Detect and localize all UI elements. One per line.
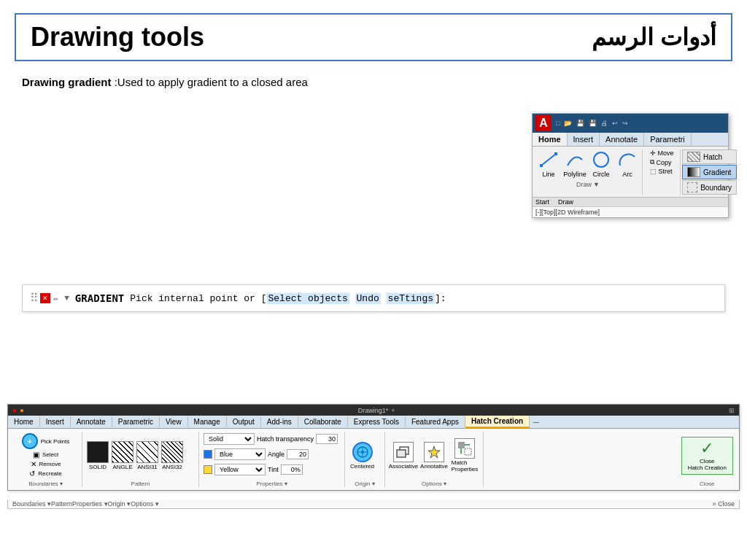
close-hatch-creation-button[interactable]: ✓ CloseHatch Creation <box>681 437 733 475</box>
pick-points-tool[interactable]: + Pick Points <box>22 433 70 449</box>
angle-input[interactable] <box>287 449 309 459</box>
titlebar-drawing-tab[interactable]: Drawing1* <box>358 407 389 414</box>
angle-swatch[interactable]: ANGLE <box>112 441 133 470</box>
gradient-button[interactable]: Gradient <box>682 165 737 179</box>
pick-points-label: Pick Points <box>41 438 70 445</box>
view-subbar: Start Draw <box>533 197 728 206</box>
close-circle-icon[interactable]: ● <box>12 406 17 414</box>
angle-icon <box>112 441 133 463</box>
arc-icon <box>617 149 638 170</box>
undo-icon[interactable]: ↩ <box>611 119 619 128</box>
centered-button[interactable]: Centered <box>349 442 375 470</box>
autocad-logo: A <box>535 115 551 131</box>
tab-home[interactable]: Home <box>533 133 568 146</box>
match-properties-button[interactable]: MatchProperties <box>451 438 479 472</box>
copy-tool[interactable]: ⧉ Copy <box>650 158 671 166</box>
titlebar-plus[interactable]: + <box>391 407 395 414</box>
modify-group: ✛ Move ⧉ Copy ⬚ Stret <box>644 149 681 195</box>
minimize-circle-icon[interactable]: ● <box>20 406 24 414</box>
desc-content: Used to apply gradient to a closed area <box>117 76 308 88</box>
move-label: Move <box>657 149 673 157</box>
tab-insert[interactable]: Insert <box>568 133 600 146</box>
settings-highlight[interactable]: seTtings <box>387 293 435 304</box>
undo-highlight[interactable]: Undo <box>355 293 381 304</box>
boundary-swatch-icon <box>687 182 697 192</box>
transparency-input[interactable] <box>316 434 338 444</box>
tool-circle[interactable]: Circle <box>589 149 613 178</box>
tool-arc[interactable]: Arc <box>616 149 639 178</box>
recreate-label: Recreate <box>38 470 61 477</box>
color1-row: Blue Angle <box>204 448 309 460</box>
origin-status: Origin ▾ <box>108 500 131 508</box>
print-icon[interactable]: 🖨 <box>600 119 609 128</box>
pattern-dropdown[interactable]: Solid <box>204 433 255 445</box>
svg-point-3 <box>594 152 608 167</box>
boundaries-tools: + Pick Points ▣ Select ✕ Remove ↺ Recrea… <box>14 432 77 479</box>
polyline-label: Polyline <box>563 171 587 178</box>
save-as-icon[interactable]: 💾 <box>587 119 598 128</box>
properties-items: Solid Hatch transparency Blue Angle <box>204 432 340 479</box>
color1-dropdown[interactable]: Blue <box>214 448 266 460</box>
bot-tab-insert[interactable]: Insert <box>40 416 71 427</box>
color2-row: Yellow Tint <box>204 464 303 475</box>
boundary-button[interactable]: Boundary <box>682 180 737 195</box>
stretch-tool[interactable]: ⬚ Stret <box>650 168 672 175</box>
bot-tab-manage[interactable]: Manage <box>188 416 227 427</box>
color2-swatch <box>204 465 212 474</box>
bot-tab-hatch-creation[interactable]: Hatch Creation <box>465 416 530 428</box>
open-icon[interactable]: 📂 <box>562 119 573 128</box>
hatch-label: Hatch <box>703 153 722 161</box>
line-icon <box>538 149 559 170</box>
line-label: Line <box>542 171 554 178</box>
tab-annotate[interactable]: Annotate <box>600 133 644 146</box>
boundary-label: Boundary <box>700 184 732 192</box>
command-cancel-button[interactable]: ✕ <box>40 293 50 303</box>
bot-tab-parametric[interactable]: Parametric <box>112 416 160 427</box>
remove-tool[interactable]: ✕ Remove <box>31 460 61 468</box>
color2-dropdown[interactable]: Yellow <box>214 464 266 475</box>
pattern-status: Pattern <box>51 500 72 508</box>
solid-swatch[interactable]: SOLID <box>87 441 109 470</box>
desc-label: Drawing gradient <box>22 76 112 88</box>
bot-tab-express[interactable]: Express Tools <box>348 416 406 427</box>
ansi32-label: ANSI32 <box>162 464 182 470</box>
ribbon-topbar: A □ 📂 💾 💾 🖨 ↩ ↪ <box>533 114 728 133</box>
stretch-icon: ⬚ <box>650 168 657 175</box>
new-icon[interactable]: □ <box>554 119 561 128</box>
associative-button[interactable]: Associative <box>390 442 417 470</box>
solid-label: SOLID <box>89 464 107 470</box>
recreate-tool[interactable]: ↺ Recreate <box>29 470 61 478</box>
bot-tab-view[interactable]: View <box>160 416 188 427</box>
bot-tab-annotate[interactable]: Annotate <box>71 416 112 427</box>
draw-dropdown-arrow[interactable]: ▼ <box>593 181 600 188</box>
annotative-button[interactable]: Annotative <box>420 442 448 470</box>
move-tool[interactable]: ✛ Move <box>650 149 673 157</box>
draw-tools: Line Polyline <box>537 149 639 179</box>
recreate-icon: ↺ <box>29 470 35 478</box>
hatch-button[interactable]: Hatch <box>682 149 737 164</box>
bot-tab-featured[interactable]: Featured Apps <box>406 416 465 427</box>
bot-tab-home[interactable]: Home <box>8 416 40 427</box>
select-objects-highlight[interactable]: Select objects <box>267 293 349 304</box>
select-tool[interactable]: ▣ Select <box>33 451 58 459</box>
command-dropdown-icon[interactable]: ▼ <box>64 294 69 303</box>
redo-icon[interactable]: ↪ <box>621 119 630 128</box>
angle-label-text: Angle <box>268 451 285 458</box>
close-group: ✓ CloseHatch Creation Close <box>677 432 738 487</box>
move-icon: ✛ <box>650 149 656 157</box>
bot-tab-output[interactable]: Output <box>227 416 261 427</box>
tool-polyline[interactable]: Polyline <box>563 149 587 178</box>
ribbon-tabs: Home Insert Annotate Parametri <box>533 133 728 147</box>
bot-tab-collaborate[interactable]: Collaborate <box>298 416 348 427</box>
quick-access-toolbar: □ 📂 💾 💾 🖨 ↩ ↪ <box>554 119 630 128</box>
tint-input[interactable] <box>281 464 303 475</box>
ansi32-swatch[interactable]: ANSI32 <box>161 441 183 470</box>
tab-overflow-icon[interactable]: ⸻ <box>530 417 542 427</box>
tool-line[interactable]: Line <box>537 149 560 178</box>
tab-parametric[interactable]: Parametri <box>644 133 692 146</box>
bot-tab-addins[interactable]: Add-ins <box>261 416 298 427</box>
remove-label: Remove <box>39 461 61 467</box>
save-icon[interactable]: 💾 <box>575 119 586 128</box>
ansi31-swatch[interactable]: ANSI31 <box>136 441 158 470</box>
arc-label: Arc <box>622 171 632 178</box>
